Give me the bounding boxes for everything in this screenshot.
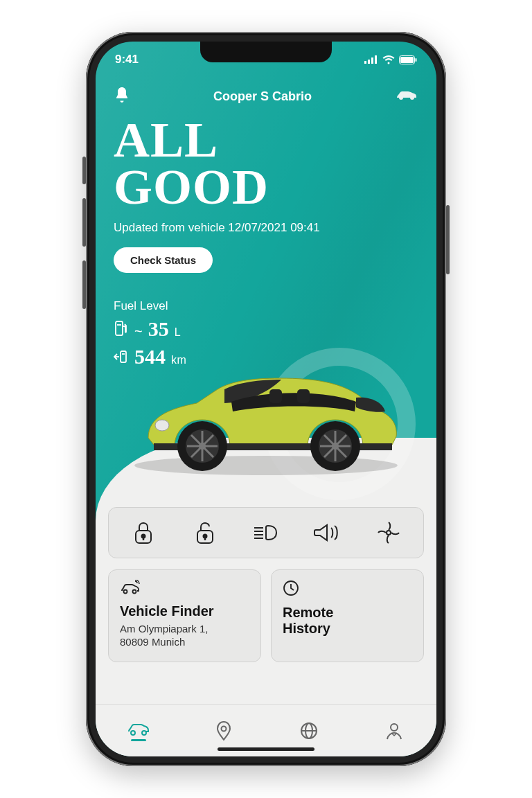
svg-rect-6	[416, 58, 417, 62]
car-icon	[127, 721, 150, 736]
svg-point-39	[387, 531, 391, 535]
svg-rect-12	[269, 389, 282, 403]
nav-profile[interactable]	[379, 716, 409, 746]
svg-point-33	[203, 534, 206, 538]
svg-rect-7	[116, 321, 123, 335]
svg-point-45	[221, 727, 226, 732]
cellular-icon	[364, 55, 378, 64]
svg-point-41	[133, 589, 136, 593]
history-icon	[283, 580, 412, 599]
app-screen: 9:41 Cooper S Cabrio	[96, 42, 436, 756]
svg-rect-1	[368, 60, 370, 64]
content-lower: Vehicle Finder Am Olympiapark 1, 80809 M…	[96, 375, 436, 756]
quick-actions-bar	[108, 507, 424, 558]
bell-icon	[114, 86, 130, 104]
vehicle-select-button[interactable]	[395, 89, 418, 104]
headlights-icon	[253, 523, 279, 542]
fuel-amount-row: ~ 35 L	[114, 317, 418, 341]
unlock-icon	[195, 521, 215, 544]
pin-icon	[216, 721, 231, 741]
fuel-amount-value: 35	[148, 317, 169, 341]
status-headline: ALL GOOD	[114, 116, 418, 211]
check-status-button[interactable]: Check Status	[114, 247, 213, 273]
phone-device-frame: 9:41 Cooper S Cabrio	[86, 32, 446, 766]
vehicle-finder-icon	[120, 580, 249, 598]
device-notch	[200, 42, 332, 62]
svg-rect-2	[371, 57, 373, 64]
vehicle-finder-address: Am Olympiapark 1, 80809 Munich	[120, 622, 249, 649]
status-time: 9:41	[115, 53, 139, 66]
vehicle-finder-card[interactable]: Vehicle Finder Am Olympiapark 1, 80809 M…	[108, 569, 261, 662]
status-right	[364, 55, 417, 64]
car-select-icon	[395, 89, 418, 101]
horn-button[interactable]	[311, 519, 343, 547]
svg-point-40	[124, 589, 127, 593]
nav-discover[interactable]	[294, 716, 324, 746]
svg-point-43	[131, 731, 135, 735]
fuel-pump-icon	[114, 321, 129, 336]
svg-rect-5	[400, 57, 414, 63]
svg-point-30	[142, 534, 145, 538]
battery-icon	[399, 55, 417, 64]
status-hero: ALL GOOD Updated from vehicle 12/07/2021…	[96, 112, 436, 369]
climate-button[interactable]	[373, 519, 405, 547]
nav-map[interactable]	[209, 716, 239, 746]
svg-rect-13	[297, 389, 310, 403]
wifi-icon	[382, 55, 395, 64]
home-indicator	[218, 747, 314, 751]
nav-vehicle[interactable]	[123, 716, 154, 746]
svg-point-11	[134, 456, 398, 475]
svg-point-28	[155, 420, 169, 431]
lock-button[interactable]	[127, 519, 159, 547]
app-header: Cooper S Cabrio	[96, 75, 436, 112]
lock-icon	[133, 521, 154, 544]
globe-icon	[300, 722, 318, 740]
info-cards-row: Vehicle Finder Am Olympiapark 1, 80809 M…	[108, 569, 424, 662]
notifications-button[interactable]	[114, 86, 130, 107]
svg-rect-0	[364, 61, 366, 64]
svg-rect-9	[121, 351, 126, 362]
vehicle-name-title[interactable]: Cooper S Cabrio	[213, 89, 312, 104]
horn-icon	[314, 524, 340, 542]
profile-icon	[385, 722, 403, 740]
svg-point-44	[142, 731, 146, 735]
vehicle-image	[121, 362, 411, 479]
fuel-amount-unit: L	[175, 326, 181, 339]
vehicle-finder-title: Vehicle Finder	[120, 603, 249, 619]
remote-history-card[interactable]: Remote History	[271, 569, 424, 662]
unlock-button[interactable]	[189, 519, 221, 547]
svg-rect-3	[375, 55, 377, 64]
headlights-button[interactable]	[250, 519, 282, 547]
climate-icon	[377, 521, 400, 544]
remote-history-title: Remote History	[283, 605, 412, 637]
fuel-label: Fuel Level	[114, 299, 418, 313]
bottom-nav	[96, 704, 436, 756]
status-updated-text: Updated from vehicle 12/07/2021 09:41	[114, 221, 418, 235]
svg-point-49	[391, 724, 398, 731]
